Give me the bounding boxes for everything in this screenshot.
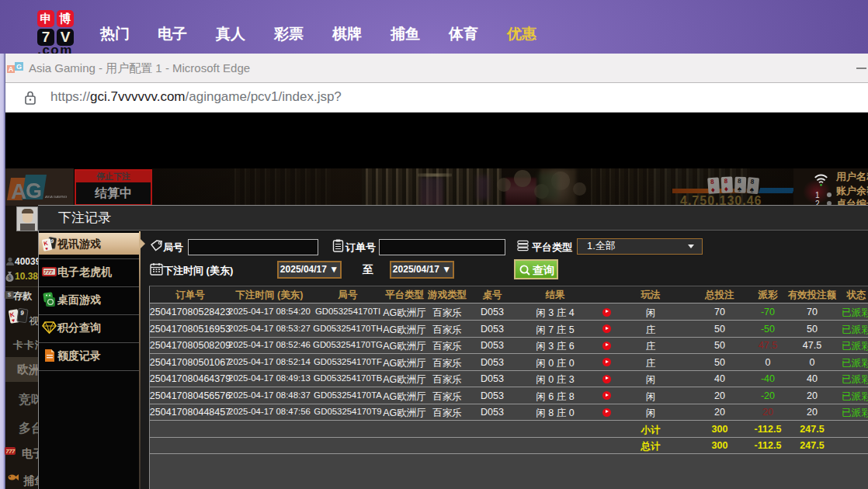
svg-text:777: 777 <box>44 269 54 275</box>
svg-text:G: G <box>16 63 22 71</box>
svg-text:777: 777 <box>6 449 16 454</box>
svg-text:A: A <box>9 65 14 73</box>
svg-text:$: $ <box>8 274 12 281</box>
svg-text:G: G <box>26 179 42 203</box>
svg-text:ASIA GAMING: ASIA GAMING <box>44 195 68 199</box>
svg-text:A: A <box>11 179 26 203</box>
